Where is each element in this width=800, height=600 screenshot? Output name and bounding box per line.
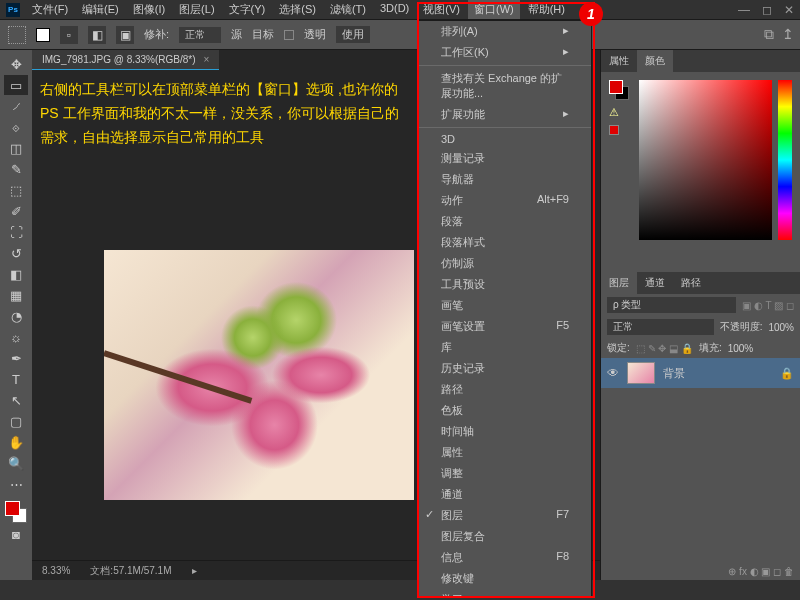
menu-item[interactable]: 工具预设 [419,274,591,295]
menu-item[interactable]: 信息F8 [419,547,591,568]
menu-item[interactable]: ✓图层F7 [419,505,591,526]
menu-item[interactable]: 工作区(K)▸ [419,42,591,63]
panel-tabs: 属性 颜色 [601,50,800,72]
menu-item[interactable]: 历史记录 [419,358,591,379]
mode-select[interactable]: 正常 [179,27,221,43]
menu-item[interactable]: 视图(V) [417,0,466,19]
fill-value[interactable]: 100% [728,343,754,354]
lasso-tool[interactable]: ⟋ [4,96,28,116]
more-tool[interactable]: ⋯ [4,474,28,494]
gamut-warning-icon[interactable]: ⚠ [609,106,633,119]
option-icon[interactable]: ▣ [116,26,134,44]
shape-tool[interactable]: ▢ [4,411,28,431]
menu-item[interactable]: 帮助(H) [522,0,571,19]
menu-item[interactable]: 路径 [419,379,591,400]
blur-tool[interactable]: ◔ [4,306,28,326]
type-tool[interactable]: T [4,369,28,389]
crop-tool[interactable]: ◫ [4,138,28,158]
menu-item[interactable]: 查找有关 Exchange 的扩展功能... [419,68,591,104]
patch-tool[interactable]: ⬚ [4,180,28,200]
hand-tool[interactable]: ✋ [4,432,28,452]
layer-footer-icons[interactable]: ⊕ fx ◐ ▣ ◻ 🗑 [601,563,800,580]
use-button[interactable]: 使用 [336,26,370,43]
pen-tool[interactable]: ✒ [4,348,28,368]
menu-item[interactable]: 窗口(W) [468,0,520,19]
menu-item[interactable]: 图像(I) [127,0,171,19]
marquee-tool[interactable]: ▭ [4,75,28,95]
layer-name[interactable]: 背景 [663,366,685,381]
path-tool[interactable]: ↖ [4,390,28,410]
move-tool[interactable]: ✥ [4,54,28,74]
menu-item[interactable]: 动作Alt+F9 [419,190,591,211]
menu-item[interactable]: 3D [419,130,591,148]
menu-item[interactable]: 选择(S) [273,0,322,19]
lock-icons[interactable]: ⬚ ✎ ✥ ⬓ 🔒 [636,343,693,354]
layer-thumbnail[interactable] [627,362,655,384]
menu-item[interactable]: 画笔设置F5 [419,316,591,337]
menu-item[interactable]: 库 [419,337,591,358]
option-icon[interactable]: ◧ [88,26,106,44]
filter-icons[interactable]: ▣ ◐ T ▨ ◻ [742,300,794,311]
menu-item[interactable]: 滤镜(T) [324,0,372,19]
canvas-image[interactable] [104,250,414,500]
tab-paths[interactable]: 路径 [673,272,709,294]
menu-item[interactable]: 测量记录 [419,148,591,169]
close-icon[interactable]: × [204,54,210,65]
menu-item[interactable]: 时间轴 [419,421,591,442]
menu-item[interactable]: 导航器 [419,169,591,190]
menu-item[interactable]: 段落样式 [419,232,591,253]
menu-item[interactable]: 修改键 [419,568,591,589]
menu-item[interactable]: 调整 [419,463,591,484]
brush-tool[interactable]: ✐ [4,201,28,221]
clone-tool[interactable]: ⛶ [4,222,28,242]
menu-item[interactable]: 图层复合 [419,526,591,547]
tab-layers[interactable]: 图层 [601,272,637,294]
wand-tool[interactable]: ⟐ [4,117,28,137]
menu-item[interactable]: 图层(L) [173,0,220,19]
opacity-value[interactable]: 100% [768,322,794,333]
window-controls[interactable]: —◻✕ [738,3,794,17]
tab-channels[interactable]: 通道 [637,272,673,294]
layer-row[interactable]: 👁 背景 🔒 [601,358,800,388]
menu-item[interactable]: 排列(A)▸ [419,21,591,42]
menu-item[interactable]: 画笔 [419,295,591,316]
gradient-tool[interactable]: ▦ [4,285,28,305]
menu-item[interactable]: 通道 [419,484,591,505]
swatch-icon[interactable] [36,28,50,42]
visibility-icon[interactable]: 👁 [607,366,619,380]
transparent-checkbox[interactable] [284,30,294,40]
dodge-tool[interactable]: ☼ [4,327,28,347]
menu-item[interactable]: 文件(F) [26,0,74,19]
mask-mode-icon[interactable]: ◙ [4,524,28,544]
tab-properties[interactable]: 属性 [601,50,637,72]
color-swatch[interactable] [5,501,27,523]
color-field[interactable] [639,80,772,240]
share-icons[interactable]: ⧉↥ [764,26,794,43]
eraser-tool[interactable]: ◧ [4,264,28,284]
zoom-level[interactable]: 8.33% [42,565,70,576]
menu-item[interactable]: 3D(D) [374,0,415,19]
color-hint-icon [609,125,619,135]
color-swatch-pair[interactable] [609,80,629,100]
document-tab[interactable]: IMG_7981.JPG @ 8.33%(RGB/8*)× [32,50,219,70]
layer-filter-select[interactable]: ρ 类型 [607,297,736,313]
menu-item[interactable]: 编辑(E) [76,0,125,19]
menu-item[interactable]: 段落 [419,211,591,232]
history-brush-tool[interactable]: ↺ [4,243,28,263]
menu-item[interactable]: 色板 [419,400,591,421]
hue-slider[interactable] [778,80,792,240]
option-icon[interactable]: ▫ [60,26,78,44]
blend-mode-select[interactable]: 正常 [607,319,714,335]
target-button[interactable]: 目标 [252,27,274,42]
menu-item[interactable]: 仿制源 [419,253,591,274]
menu-item[interactable]: 属性 [419,442,591,463]
chevron-right-icon[interactable]: ▸ [192,565,197,576]
menu-item[interactable]: 学习 [419,589,591,598]
menu-item[interactable]: 文字(Y) [223,0,272,19]
zoom-tool[interactable]: 🔍 [4,453,28,473]
eyedropper-tool[interactable]: ✎ [4,159,28,179]
source-button[interactable]: 源 [231,27,242,42]
tab-color[interactable]: 颜色 [637,50,673,72]
fill-label: 填充: [699,341,722,355]
menu-item[interactable]: 扩展功能▸ [419,104,591,125]
